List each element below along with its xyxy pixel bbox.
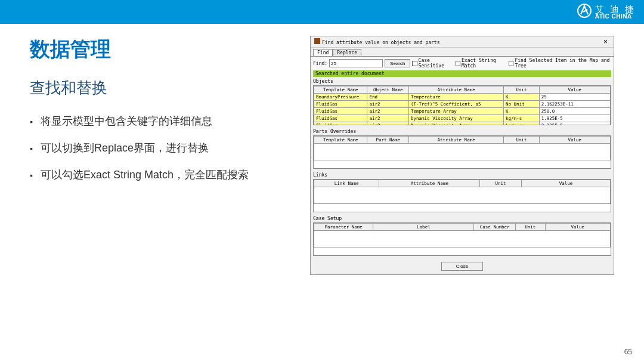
find-selected-checkbox[interactable]: Find Selected Item in the Map and Tree	[509, 58, 611, 69]
page-subtitle: 查找和替换	[30, 78, 292, 98]
table-cell: air2	[367, 115, 409, 122]
table-cell: Temperature	[409, 94, 504, 101]
col-header[interactable]: Unit	[504, 86, 540, 94]
col-header[interactable]: Link Name	[314, 180, 379, 187]
parts-label: Parts Overrides	[311, 128, 614, 135]
col-header[interactable]: Unit	[504, 137, 540, 144]
col-header[interactable]: Case Number	[474, 224, 516, 231]
table-row[interactable]: FluidGasair2Dynamic Viscosity Arraykg/m-…	[314, 122, 611, 126]
col-header[interactable]: Attribute Name	[409, 137, 504, 144]
col-header[interactable]: Value	[545, 224, 610, 231]
col-header[interactable]: Template Name	[314, 137, 367, 144]
table-row[interactable]: FluidGasair2(T-Tref)^5 Coefficient, a5No…	[314, 101, 611, 108]
objects-label: Objects	[311, 78, 614, 85]
case-setup-grid: Parameter Name Label Case Number Unit Va…	[313, 222, 611, 256]
col-header[interactable]: Value	[539, 86, 610, 94]
table-cell: kg/m-s	[504, 115, 540, 122]
page-number: 65	[624, 348, 632, 356]
bullet-list: 将显示模型中包含关键字的详细信息 可以切换到Replace界面，进行替换 可以勾…	[30, 113, 292, 183]
objects-grid: Template Name Object Name Attribute Name…	[313, 85, 611, 125]
close-icon[interactable]: ×	[601, 38, 610, 46]
col-header[interactable]: Unit	[480, 180, 522, 187]
find-dialog: Find attribute value on objects and part…	[310, 36, 614, 275]
logo: 艾 迪 捷 ATIC CHINA	[577, 4, 636, 21]
table-cell: air2	[367, 122, 409, 126]
tab-bar: FindReplace	[311, 48, 614, 56]
tab-find[interactable]: Find	[313, 49, 333, 56]
table-cell: 2.225E-5	[539, 122, 610, 126]
logo-cn-text: 艾 迪 捷	[595, 5, 636, 14]
logo-en-text: ATIC CHINA	[595, 14, 636, 20]
links-grid: Link Name Attribute Name Unit Value	[313, 179, 611, 212]
table-cell: FluidGas	[314, 101, 367, 108]
search-button[interactable]: Search	[385, 59, 410, 67]
table-cell: (T-Tref)^5 Coefficient, a5	[409, 101, 504, 108]
table-row[interactable]: FluidGasair2Dynamic Viscosity Arraykg/m-…	[314, 115, 611, 122]
col-header[interactable]: Value	[521, 180, 610, 187]
table-cell: Temperature Array	[409, 108, 504, 115]
table-cell: FluidGas	[314, 115, 367, 122]
case-setup-label: Case Setup	[311, 215, 614, 222]
table-cell: No Unit	[504, 101, 540, 108]
dialog-icon	[314, 38, 320, 44]
table-cell: kg/m-s	[504, 122, 540, 126]
table-cell: 250.0	[539, 108, 610, 115]
table-cell: air2	[367, 108, 409, 115]
page-title: 数据管理	[30, 36, 292, 63]
parts-grid: Template Name Part Name Attribute Name U…	[313, 135, 611, 169]
status-message: Searched entire document	[313, 70, 611, 77]
find-label: Find:	[313, 61, 327, 66]
table-cell: End	[367, 94, 409, 101]
table-cell: FluidGas	[314, 122, 367, 126]
bullet-item: 将显示模型中包含关键字的详细信息	[30, 113, 292, 130]
top-bar: 艾 迪 捷 ATIC CHINA	[0, 0, 644, 24]
table-cell: Dynamic Viscosity Array	[409, 115, 504, 122]
dialog-titlebar: Find attribute value on objects and part…	[311, 36, 614, 48]
table-cell: K	[504, 108, 540, 115]
table-row[interactable]: BoundaryPressureEndTemperatureK25	[314, 94, 611, 101]
col-header[interactable]: Value	[539, 137, 610, 144]
bullet-item: 可以切换到Replace界面，进行替换	[30, 140, 292, 157]
logo-icon	[577, 4, 592, 21]
table-row[interactable]: FluidGasair2Temperature ArrayK250.0	[314, 108, 611, 115]
case-sensitive-checkbox[interactable]: Case Sensitive	[412, 58, 453, 69]
col-header[interactable]: Attribute Name	[409, 86, 504, 94]
exact-match-checkbox[interactable]: Exact String Match	[456, 58, 507, 69]
col-header[interactable]: Template Name	[314, 86, 367, 94]
table-cell: FluidGas	[314, 108, 367, 115]
bullet-item: 可以勾选Exact String Match，完全匹配搜索	[30, 166, 292, 184]
col-header[interactable]: Object Name	[367, 86, 409, 94]
table-cell: Dynamic Viscosity Array	[409, 122, 504, 126]
table-cell: air2	[367, 101, 409, 108]
col-header[interactable]: Unit	[515, 224, 545, 231]
tab-replace[interactable]: Replace	[333, 49, 361, 56]
col-header[interactable]: Label	[373, 224, 474, 231]
col-header[interactable]: Parameter Name	[314, 224, 373, 231]
find-input[interactable]	[329, 59, 383, 67]
find-row: Find: Search Case Sensitive Exact String…	[311, 56, 614, 70]
table-cell: 2.162253E-11	[539, 101, 610, 108]
table-cell: K	[504, 94, 540, 101]
col-header[interactable]: Part Name	[367, 137, 409, 144]
dialog-title-text: Find attribute value on objects and part…	[322, 40, 439, 45]
col-header[interactable]: Attribute Name	[379, 180, 480, 187]
table-cell: BoundaryPressure	[314, 94, 367, 101]
close-button[interactable]: Close	[441, 262, 483, 271]
links-label: Links	[311, 171, 614, 179]
table-cell: 1.925E-5	[539, 115, 610, 122]
table-cell: 25	[539, 94, 610, 101]
